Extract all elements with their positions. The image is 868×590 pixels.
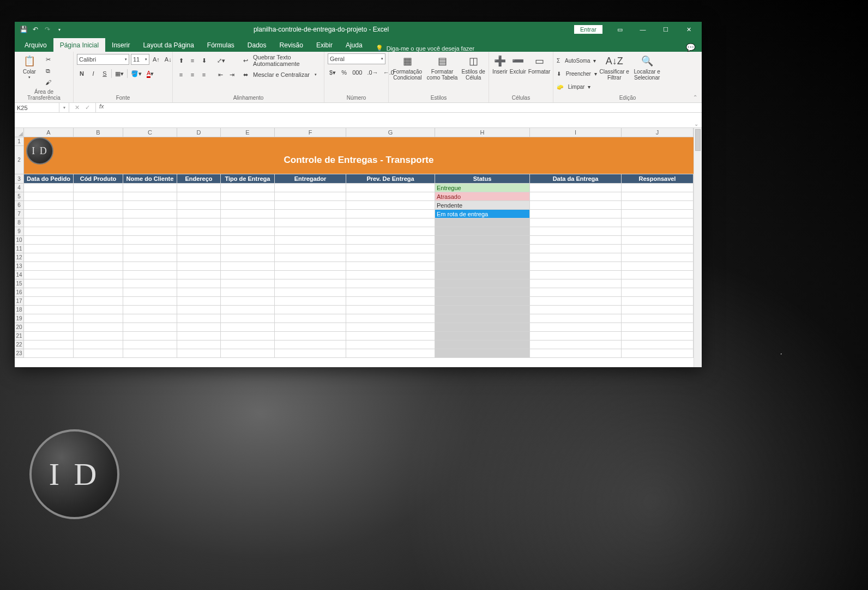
tab-insert[interactable]: Inserir [105,38,136,52]
grid-cell[interactable] [435,245,530,253]
grid-cell[interactable] [346,253,435,262]
align-center-icon[interactable]: ≡ [188,70,197,80]
grid-cell[interactable] [435,323,530,332]
grid-cell[interactable] [24,227,74,236]
tab-file[interactable]: Arquivo [18,38,53,52]
grid-cell[interactable] [221,227,275,236]
grid-cell[interactable] [24,201,74,210]
format-cells-button[interactable]: ▭Formatar [528,53,551,75]
row-header[interactable]: 14 [15,271,24,279]
row-header[interactable]: 15 [15,279,24,288]
namebox-dropdown-icon[interactable]: ▾ [59,103,69,112]
ribbon-display-icon[interactable]: ▭ [609,22,631,37]
row-header[interactable]: 13 [15,262,24,271]
grid-cell[interactable] [275,262,346,271]
grid-cell[interactable] [221,262,275,271]
grid-cell[interactable] [346,192,435,201]
grid-cell[interactable] [74,227,123,236]
align-top-icon[interactable]: ⬆ [176,56,186,65]
grid-cell[interactable] [177,245,221,253]
grid-cell[interactable] [123,349,177,358]
grid-cell[interactable] [530,192,622,201]
grid-cell[interactable] [74,349,123,358]
grid-cell[interactable] [622,332,694,340]
grid-cell[interactable] [275,323,346,332]
increase-indent-icon[interactable]: ⇥ [227,70,237,80]
row-header[interactable]: 2 [15,146,24,174]
grid-cell[interactable] [177,192,221,201]
grid-cell[interactable] [123,306,177,314]
row-header[interactable]: 6 [15,201,24,210]
grid-cell[interactable] [123,218,177,227]
grid-cell[interactable] [275,349,346,358]
grid-cell[interactable] [275,253,346,262]
number-format-select[interactable]: Geral▾ [328,53,385,64]
table-column-header[interactable]: Cód Produto [74,174,123,184]
grid-cell[interactable] [24,349,74,358]
grid-cell[interactable] [177,332,221,340]
row-header[interactable]: 21 [15,332,24,340]
copy-icon[interactable]: ⧉ [43,66,53,76]
grid-cell[interactable] [435,288,530,297]
row-header[interactable]: 12 [15,253,24,262]
grid-cell[interactable] [435,306,530,314]
grid-cell[interactable] [346,279,435,288]
grid-cell[interactable] [24,253,74,262]
grid-cell[interactable] [530,279,622,288]
comments-icon[interactable]: 💬 [686,43,695,52]
table-column-header[interactable]: Status [435,174,530,184]
table-column-header[interactable]: Data da Entrega [530,174,622,184]
grid-cell[interactable] [346,332,435,340]
grid-cell[interactable] [74,332,123,340]
align-right-icon[interactable]: ≡ [199,70,209,80]
decrease-indent-icon[interactable]: ⇤ [215,70,225,80]
status-cell[interactable]: Entregue [435,184,530,192]
tab-view[interactable]: Exibir [310,38,339,52]
row-header[interactable]: 8 [15,218,24,227]
grid-cell[interactable] [275,245,346,253]
comma-icon[interactable]: 000 [351,68,364,77]
grid-cell[interactable] [275,218,346,227]
undo-icon[interactable]: ↶ [31,25,40,34]
column-header[interactable]: C [123,128,177,137]
row-header[interactable]: 17 [15,297,24,306]
grid-cell[interactable] [435,271,530,279]
grid-cell[interactable] [221,288,275,297]
grid-cell[interactable] [622,349,694,358]
grid-cell[interactable] [74,314,123,323]
grid-cell[interactable] [275,288,346,297]
grid-cell[interactable] [622,340,694,349]
grid-cell[interactable] [435,227,530,236]
grid-cell[interactable] [177,271,221,279]
grid-cell[interactable] [435,236,530,245]
row-header[interactable]: 18 [15,306,24,314]
grid-cell[interactable] [177,201,221,210]
grid-cell[interactable] [346,210,435,218]
table-column-header[interactable]: Tipo de Entrega [221,174,275,184]
grid-cell[interactable] [221,184,275,192]
redo-icon[interactable]: ↷ [43,25,52,34]
grid-cell[interactable] [221,314,275,323]
grid-cell[interactable] [435,279,530,288]
grid-cell[interactable] [530,210,622,218]
formula-input[interactable] [107,103,702,112]
grid-cell[interactable] [622,262,694,271]
banner-cell[interactable] [24,137,694,146]
grid-cell[interactable] [346,306,435,314]
grid-cell[interactable] [177,349,221,358]
borders-icon[interactable]: ▦▾ [113,69,125,78]
grid-cell[interactable] [74,201,123,210]
grid-cell[interactable] [275,236,346,245]
grid-cell[interactable] [346,288,435,297]
orientation-icon[interactable]: ⤢▾ [215,56,227,65]
grid-cell[interactable] [177,279,221,288]
grid-cell[interactable] [530,340,622,349]
grid-cell[interactable] [622,192,694,201]
paste-button[interactable]: 📋 Colar▾ [18,53,41,80]
grid-cell[interactable] [221,349,275,358]
grid-cell[interactable] [530,314,622,323]
grid-cell[interactable] [74,279,123,288]
grid-cell[interactable] [74,306,123,314]
grid-cell[interactable] [74,323,123,332]
grid-cell[interactable] [346,184,435,192]
